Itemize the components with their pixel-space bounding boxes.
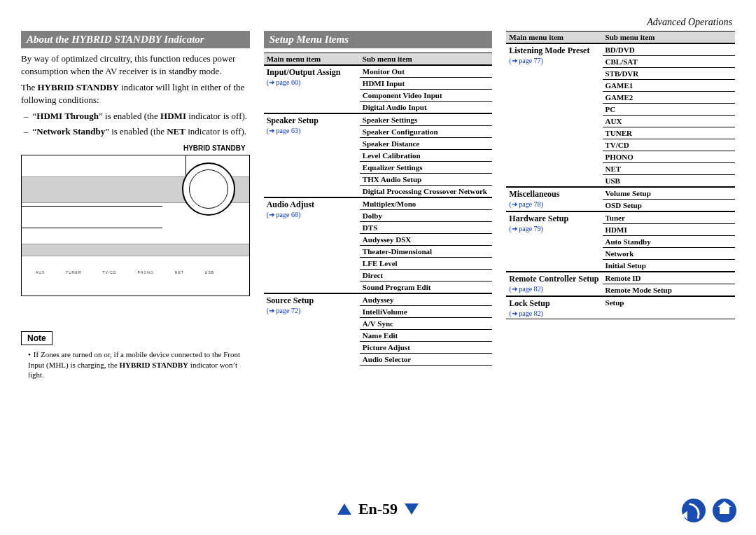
sub-menu-cell: Speaker Configuration — [360, 126, 492, 138]
page-number: En-59 — [358, 500, 398, 518]
sub-menu-cell: OSD Setup — [603, 200, 735, 212]
sub-menu-cell: Level Calibration — [360, 150, 492, 162]
sub-menu-cell: Multiplex/Mono — [360, 197, 492, 210]
home-icon[interactable] — [713, 499, 736, 522]
sub-menu-cell: USB — [603, 175, 735, 188]
th-main-2: Main menu item — [506, 32, 602, 44]
page-link[interactable]: page 82 — [509, 310, 599, 317]
sub-menu-cell: PHONO — [603, 151, 735, 163]
sub-menu-cell: Audyssey DSX — [360, 234, 492, 246]
page-link[interactable]: page 68 — [267, 211, 357, 218]
left-body: By way of optimized circuitry, this func… — [21, 53, 250, 137]
sub-menu-cell: GAME1 — [603, 80, 735, 92]
sub-menu-cell: GAME2 — [603, 92, 735, 104]
sub-menu-cell: Direct — [360, 270, 492, 282]
middle-section-title: Setup Menu Items — [264, 31, 493, 48]
table-row: Input/Output Assignpage 60Monitor Out — [264, 65, 493, 78]
sub-menu-cell: HDMI — [603, 224, 735, 236]
sub-menu-cell: Sound Program Edit — [360, 282, 492, 294]
sub-menu-cell: Audio Selector — [360, 354, 492, 366]
table-row: Miscellaneouspage 78Volume Setup — [506, 187, 735, 200]
left-bullet: “Network Standby” is enabled (the NET in… — [34, 125, 250, 138]
sub-menu-cell: Initial Setup — [603, 260, 735, 272]
table-row: Source Setuppage 72Audyssey — [264, 293, 493, 306]
page-link[interactable]: page 79 — [509, 225, 599, 232]
back-icon[interactable] — [682, 499, 706, 522]
sub-menu-cell: Remote Mode Setup — [603, 284, 735, 297]
sub-menu-cell: Component Video Input — [360, 90, 492, 102]
left-line2: The HYBRID STANDBY indicator will light … — [21, 81, 250, 106]
sub-menu-cell: Auto Standby — [603, 236, 735, 248]
sub-menu-cell: IntelliVolume — [360, 306, 492, 318]
page-link[interactable]: page 78 — [509, 200, 599, 208]
sub-menu-cell: Speaker Settings — [360, 113, 492, 126]
device-illustration: AUXTUNERTV/CDPHONONETUSB — [21, 155, 250, 296]
table-row: Remote Controller Setuppage 82Remote ID — [506, 272, 735, 284]
table-row: Listening Mode Presetpage 77BD/DVD — [506, 43, 735, 56]
menu-table-2: Main menu item Sub menu item Listening M… — [506, 31, 735, 319]
sub-menu-cell: Monitor Out — [360, 65, 492, 78]
main-menu-cell: Source Setuppage 72 — [264, 293, 360, 366]
sub-menu-cell: TV/CD — [603, 139, 735, 151]
sub-menu-cell: HDMI Input — [360, 78, 492, 90]
page-link[interactable]: page 63 — [267, 127, 357, 134]
sub-menu-cell: Digital Processing Crossover Network — [360, 186, 492, 198]
sub-menu-cell: Theater-Dimensional — [360, 246, 492, 258]
page-link[interactable]: page 77 — [509, 57, 599, 64]
column-right: Main menu item Sub menu item Listening M… — [506, 31, 735, 380]
table-row: Lock Setuppage 82Setup — [506, 296, 735, 319]
sub-menu-cell: LFE Level — [360, 258, 492, 270]
sub-menu-cell: PC — [603, 104, 735, 116]
page-link[interactable]: page 60 — [267, 78, 357, 86]
th-main-1: Main menu item — [264, 53, 360, 66]
column-left: About the HYBRID STANDBY Indicator By wa… — [21, 31, 250, 380]
sub-menu-cell: A/V Sync — [360, 318, 492, 330]
hybrid-standby-label: HYBRID STANDBY — [21, 144, 246, 152]
sub-menu-cell: BD/DVD — [603, 43, 735, 56]
page-link[interactable]: page 72 — [267, 307, 357, 314]
table-row: Audio Adjustpage 68Multiplex/Mono — [264, 197, 493, 210]
sub-menu-cell: Dolby — [360, 210, 492, 222]
th-sub-2: Sub menu item — [603, 32, 735, 44]
page-link[interactable]: page 82 — [509, 285, 599, 293]
sub-menu-cell: Audyssey — [360, 293, 492, 306]
main-menu-cell: Hardware Setuppage 79 — [506, 211, 602, 272]
sub-menu-cell: NET — [603, 163, 735, 175]
sub-menu-cell: STB/DVR — [603, 68, 735, 80]
main-menu-cell: Remote Controller Setuppage 82 — [506, 272, 602, 296]
sub-menu-cell: Network — [603, 248, 735, 260]
main-menu-cell: Input/Output Assignpage 60 — [264, 65, 360, 113]
sub-menu-cell: Tuner — [603, 211, 735, 224]
sub-menu-cell: Setup — [603, 296, 735, 319]
th-sub-1: Sub menu item — [360, 53, 492, 66]
main-menu-cell: Miscellaneouspage 78 — [506, 187, 602, 211]
left-bullet: “HDMI Through” is enabled (the HDMI indi… — [34, 110, 250, 123]
table-row: Speaker Setuppage 63Speaker Settings — [264, 113, 493, 126]
sub-menu-cell: Name Edit — [360, 330, 492, 342]
next-page-icon[interactable] — [405, 503, 419, 515]
sub-menu-cell: Speaker Distance — [360, 138, 492, 150]
left-section-title: About the HYBRID STANDBY Indicator — [21, 31, 250, 48]
note-text: •If Zones are turned on or, if a mobile … — [21, 349, 250, 380]
table-row: Hardware Setuppage 79Tuner — [506, 211, 735, 224]
column-middle: Setup Menu Items Main menu item Sub menu… — [264, 31, 493, 380]
header-section: Advanced Operations — [647, 17, 732, 28]
sub-menu-cell: DTS — [360, 222, 492, 234]
sub-menu-cell: Remote ID — [603, 272, 735, 284]
sub-menu-cell: CBL/SAT — [603, 56, 735, 68]
sub-menu-cell: Equalizer Settings — [360, 162, 492, 174]
left-intro: By way of optimized circuitry, this func… — [21, 53, 250, 77]
sub-menu-cell: AUX — [603, 116, 735, 127]
main-menu-cell: Speaker Setuppage 63 — [264, 113, 360, 197]
sub-menu-cell: Volume Setup — [603, 187, 735, 200]
main-menu-cell: Lock Setuppage 82 — [506, 296, 602, 319]
sub-menu-cell: TUNER — [603, 127, 735, 139]
prev-page-icon[interactable] — [337, 503, 351, 515]
menu-table-1: Main menu item Sub menu item Input/Outpu… — [264, 53, 493, 366]
main-menu-cell: Audio Adjustpage 68 — [264, 197, 360, 293]
sub-menu-cell: THX Audio Setup — [360, 174, 492, 186]
sub-menu-cell: Picture Adjust — [360, 342, 492, 354]
footer: En-59 — [0, 500, 756, 518]
note-heading: Note — [21, 331, 52, 345]
sub-menu-cell: Digital Audio Input — [360, 102, 492, 114]
